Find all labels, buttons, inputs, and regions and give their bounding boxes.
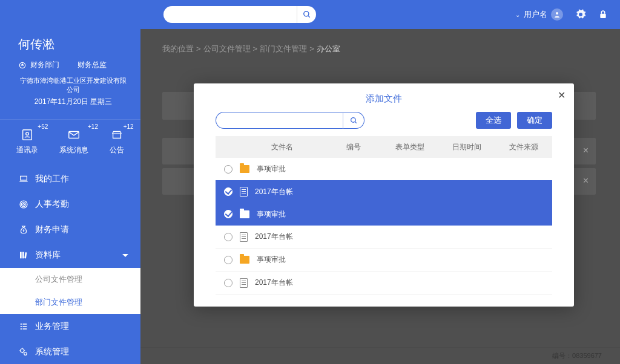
global-search	[163, 6, 316, 23]
modal-search-input[interactable]	[216, 112, 343, 129]
folder-icon	[240, 256, 249, 264]
row-filename: 2017年台帐	[255, 232, 293, 242]
breadcrumb: 我的位置>公司文件管理>部门文件管理>办公室	[162, 44, 340, 54]
confirm-button[interactable]: 确定	[517, 112, 552, 129]
row-radio[interactable]	[224, 165, 232, 174]
file-row[interactable]: 2017年台帐	[216, 180, 552, 203]
modal-title: 添加文件	[194, 83, 574, 112]
avatar	[551, 8, 563, 21]
modal-search-button[interactable]	[343, 112, 364, 129]
contacts-shortcut[interactable]: +52 通讯录	[16, 128, 38, 155]
file-row[interactable]: 2017年台帐	[216, 226, 552, 249]
file-row[interactable]: 2017年台帐	[216, 271, 552, 294]
search-icon	[303, 10, 311, 19]
mail-icon	[67, 128, 81, 141]
modal-close-button[interactable]: ✕	[558, 89, 566, 101]
svg-line-1	[308, 16, 309, 18]
row-radio[interactable]	[224, 256, 232, 264]
svg-point-15	[21, 349, 24, 353]
announce-label: 公告	[110, 145, 124, 155]
svg-point-11	[23, 204, 25, 206]
nav-hr-label: 人事考勤	[35, 199, 69, 210]
document-icon	[240, 232, 248, 242]
nav-resources-label: 资料库	[35, 250, 61, 261]
nav-resources[interactable]: 资料库	[0, 242, 140, 268]
svg-rect-7	[69, 132, 79, 138]
lock-icon	[598, 9, 608, 20]
row-radio[interactable]	[224, 279, 232, 287]
modal-rows: 事项审批2017年台帐事项审批2017年台帐事项审批2017年台帐	[194, 158, 574, 294]
nav-sys[interactable]: 系统管理	[0, 339, 140, 364]
settings-button[interactable]	[575, 9, 586, 20]
svg-rect-14	[24, 252, 27, 258]
lock-button[interactable]	[598, 9, 608, 20]
col-formtype: 表单类型	[382, 142, 439, 152]
nav-mywork[interactable]: 我的工作	[0, 166, 140, 192]
refresh-icon	[18, 61, 27, 70]
file-row[interactable]: 事项审批	[216, 158, 552, 181]
quick-stats: +52 通讯录 +12 系统消息 +12 公告	[0, 119, 140, 161]
bg-row2-close[interactable]: ×	[583, 175, 589, 186]
dept-label: 财务部门	[30, 60, 59, 70]
announce-icon	[110, 128, 124, 141]
svg-rect-8	[21, 176, 27, 180]
svg-point-6	[26, 132, 29, 135]
messages-badge: +12	[88, 123, 98, 130]
messages-shortcut[interactable]: +12 系统消息	[59, 128, 88, 155]
row-filename: 事项审批	[257, 164, 286, 174]
row-filename: 事项审批	[257, 255, 286, 265]
folder-icon	[240, 165, 249, 173]
svg-point-2	[556, 12, 558, 15]
nav-biz[interactable]: 业务管理	[0, 314, 140, 339]
add-file-modal: ✕ 添加文件 全选 确定 文件名 编号 表单类型 日期时间 文件来源 事项审批2…	[194, 83, 574, 307]
bg-row1-close[interactable]: ×	[583, 145, 589, 156]
nav-sys-label: 系统管理	[35, 346, 69, 357]
announce-shortcut[interactable]: +12 公告	[110, 128, 124, 155]
chevron-down-icon: ⌄	[515, 11, 520, 18]
laptop-icon	[18, 174, 29, 184]
svg-point-10	[21, 202, 26, 207]
company-name: 宁德市漳湾临港工业区开发建设有限公司	[18, 76, 128, 94]
fingerprint-icon	[18, 199, 29, 210]
svg-rect-12	[20, 252, 22, 259]
list-icon	[18, 322, 29, 331]
gear-icon	[575, 9, 586, 20]
nav-finance-label: 财务申请	[35, 224, 69, 235]
user-menu[interactable]: ⌄ 用户名	[515, 8, 563, 21]
svg-point-17	[351, 117, 355, 122]
row-filename: 2017年台帐	[255, 278, 293, 288]
svg-point-0	[303, 11, 308, 16]
search-button[interactable]	[297, 6, 316, 23]
nav-finance[interactable]: 财务申请	[0, 217, 140, 242]
username-label: 用户名	[524, 9, 547, 20]
row-radio[interactable]	[224, 210, 232, 218]
select-all-button[interactable]: 全选	[476, 112, 511, 129]
nav-sub-dept-files[interactable]: 部门文件管理	[0, 291, 140, 314]
row-radio[interactable]	[224, 233, 232, 241]
col-filename: 文件名	[240, 142, 325, 152]
nav-hr[interactable]: 人事考勤	[0, 192, 140, 217]
money-bag-icon	[18, 224, 29, 235]
dept-badge[interactable]: 财务部门	[18, 60, 59, 70]
role-label: 财务总监	[78, 60, 107, 70]
svg-rect-3	[600, 14, 605, 18]
row-radio[interactable]	[224, 187, 232, 196]
document-icon	[240, 278, 248, 288]
nav-sub-company-files[interactable]: 公司文件管理	[0, 268, 140, 291]
search-input[interactable]	[163, 6, 297, 23]
sidebar-profile: 何传淞 财务部门 财务总监 宁德市漳湾临港工业区开发建设有限公司 2017年11…	[0, 0, 140, 113]
folder-icon	[240, 210, 249, 218]
current-date: 2017年11月20日 星期三	[18, 97, 128, 107]
col-datetime: 日期时间	[438, 142, 495, 152]
file-row[interactable]: 事项审批	[216, 249, 552, 271]
nav-mywork-label: 我的工作	[35, 174, 69, 184]
file-row[interactable]: 事项审批	[216, 203, 552, 226]
row-filename: 事项审批	[257, 209, 286, 219]
sidebar: 何传淞 财务部门 财务总监 宁德市漳湾临港工业区开发建设有限公司 2017年11…	[0, 0, 140, 364]
contacts-icon	[21, 128, 34, 141]
profile-name: 何传淞	[18, 36, 128, 53]
announce-badge: +12	[124, 123, 134, 130]
nav-list: 我的工作 人事考勤 财务申请 资料库 公司文件管理 部门文件管理 业务管理 系统…	[0, 166, 140, 364]
books-icon	[18, 250, 29, 260]
contacts-label: 通讯录	[16, 145, 38, 155]
